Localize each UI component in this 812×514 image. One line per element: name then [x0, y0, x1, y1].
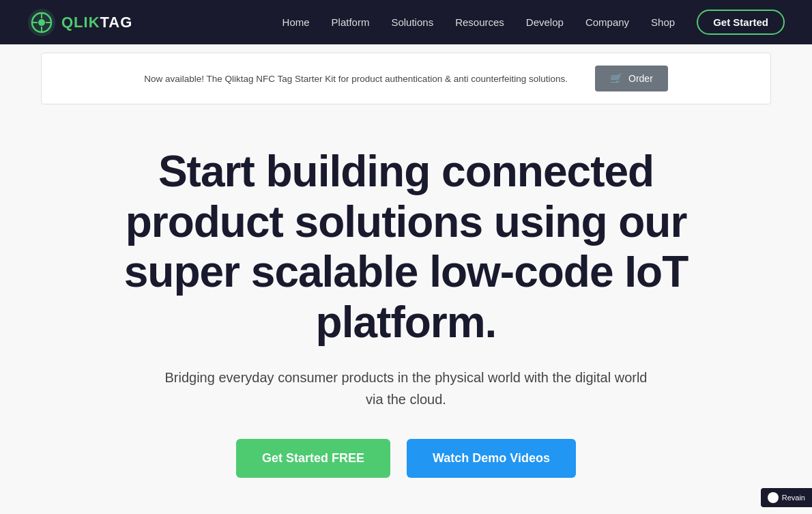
svg-point-2: [38, 19, 45, 26]
nav-shop[interactable]: Shop: [651, 16, 675, 28]
main-nav: QLIKTAG Home Platform Solutions Resource…: [0, 0, 812, 44]
hero-subtitle: Bridging everyday consumer products in t…: [160, 367, 652, 410]
announcement-banner: Now available! The Qliktag NFC Tag Start…: [41, 53, 771, 104]
revain-badge: Revain: [761, 488, 812, 507]
watch-demo-button[interactable]: Watch Demo Videos: [407, 439, 576, 478]
logo: QLIKTAG: [27, 8, 132, 37]
cart-icon: 🛒: [610, 72, 623, 85]
nav-links: Home Platform Solutions Resources Develo…: [282, 10, 785, 35]
order-label: Order: [628, 73, 653, 84]
nav-resources[interactable]: Resources: [455, 16, 504, 28]
hero-title: Start building connected product solutio…: [92, 147, 720, 347]
banner-text: Now available! The Qliktag NFC Tag Start…: [144, 74, 568, 84]
nav-home[interactable]: Home: [282, 16, 310, 28]
get-started-button[interactable]: Get Started: [697, 10, 785, 35]
nav-develop[interactable]: Develop: [526, 16, 564, 28]
revain-icon: [768, 492, 779, 503]
nav-platform[interactable]: Platform: [332, 16, 370, 28]
order-button[interactable]: 🛒 Order: [595, 66, 668, 91]
hero-buttons: Get Started FREE Watch Demo Videos: [92, 439, 720, 478]
logo-text: QLIKTAG: [61, 14, 132, 31]
hero-section: Start building connected product solutio…: [78, 113, 734, 514]
get-started-free-button[interactable]: Get Started FREE: [236, 439, 390, 478]
logo-icon: [27, 8, 56, 37]
nav-company[interactable]: Company: [585, 16, 629, 28]
nav-solutions[interactable]: Solutions: [391, 16, 433, 28]
revain-label: Revain: [782, 494, 805, 502]
